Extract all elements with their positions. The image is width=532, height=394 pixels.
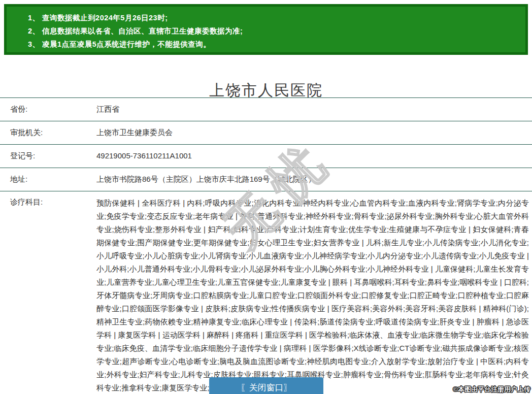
row-label: 诊疗科目: [0,191,96,394]
hospital-info-table: 省份: 江西省 审批机关: 上饶市卫生健康委员会 登记号: 49219005-7… [0,97,532,394]
table-row-approval-authority: 审批机关: 上饶市卫生健康委员会 [0,121,532,144]
row-value: 江西省 [96,98,532,121]
table-row-province: 省份: 江西省 [0,97,532,121]
row-label: 登记号: [0,145,96,168]
notice-1-text: 1、 查询数据截止到 [28,14,95,22]
notice-banner: 1、 查询数据截止到2024年5月26日23时; 2、 信息数据结果以各省、自治… [4,4,528,55]
row-value: 49219005-736110211A1001 [96,145,532,168]
row-label: 省份: [0,98,96,121]
row-label: 地址: [0,168,96,191]
notice-2-text: 2、 信息数据结果以各省、自治区、直辖市卫生健康委数据为准; [28,27,243,35]
row-value: 上饶市书院路86号（主院区）上饶市庆丰北路169号（城北院区） [96,168,532,191]
notice-line-2: 2、 信息数据结果以各省、自治区、直辖市卫生健康委数据为准; [28,24,515,38]
table-row-medical-departments: 诊疗科目: 预防保健科 | 全科医疗科 | 内科;呼吸内科专业;消化内科专业;神… [0,191,532,394]
notice-3-text: 3、 [28,40,42,48]
notice-3-bold: 凌晨1点至凌晨5点 [42,40,104,48]
notice-line-1: 1、 查询数据截止到2024年5月26日23时; [28,11,515,24]
notice-1-bold: 2024年5月26日23时 [95,14,165,22]
table-row-address: 地址: 上饶市书院路86号（主院区）上饶市庆丰北路169号（城北院区） [0,168,532,191]
upload-stamp: ©本图由平台注册用户上传 [453,385,530,394]
notice-3-suffix: 系统进行维护，不能提供查询。 [104,40,211,48]
row-value: 上饶市卫生健康委员会 [96,121,532,144]
hospital-query-result-page: { "notices": [ {"prefix": "1、 查询数据截止到", … [0,0,532,394]
close-window-button[interactable]: 〖关闭窗口〗 [209,377,323,394]
row-label: 审批机关: [0,121,96,144]
row-value: 预防保健科 | 全科医疗科 | 内科;呼吸内科专业;消化内科专业;神经内科专业;… [96,191,532,394]
notice-1-suffix: ; [165,14,168,22]
table-row-registration-number: 登记号: 49219005-736110211A1001 [0,144,532,168]
notice-line-3: 3、 凌晨1点至凌晨5点系统进行维护，不能提供查询。 [28,38,515,51]
